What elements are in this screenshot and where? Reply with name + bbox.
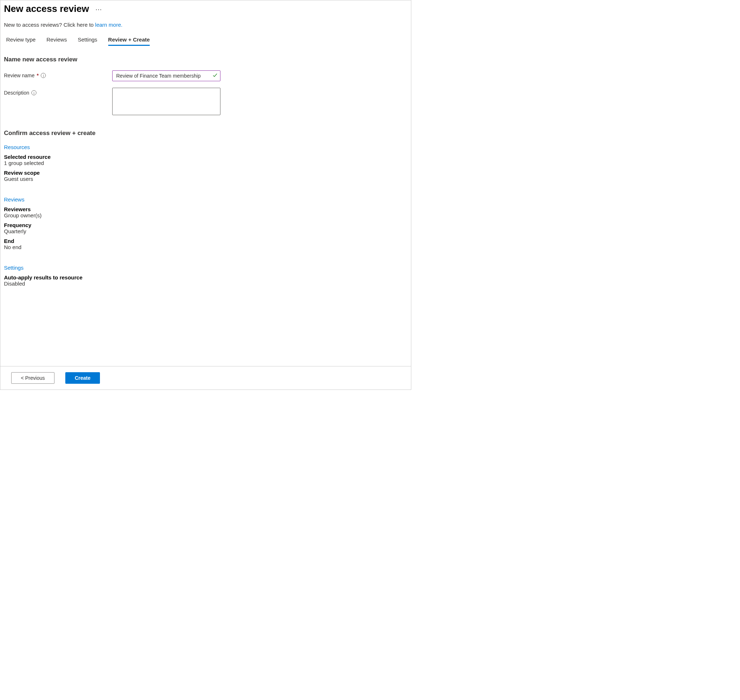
- selected-resource-label: Selected resource: [4, 154, 405, 160]
- review-name-label-text: Review name: [4, 72, 35, 78]
- review-name-input-wrap: [112, 71, 220, 81]
- learn-more-link[interactable]: learn more.: [95, 22, 123, 28]
- description-label-text: Description: [4, 90, 29, 96]
- info-icon[interactable]: i: [31, 90, 37, 95]
- intro-prefix: New to access reviews? Click here to: [4, 22, 95, 28]
- intro-text: New to access reviews? Click here to lea…: [4, 22, 405, 28]
- confirm-heading: Confirm access review + create: [4, 129, 405, 137]
- tab-review-create[interactable]: Review + Create: [108, 37, 150, 46]
- tab-reviews[interactable]: Reviews: [47, 37, 67, 46]
- reviews-link[interactable]: Reviews: [4, 196, 25, 203]
- name-review-heading: Name new access review: [4, 56, 405, 63]
- frequency-value: Quarterly: [4, 228, 405, 234]
- frequency-block: Frequency Quarterly: [4, 222, 405, 234]
- description-label: Description i: [4, 88, 112, 96]
- description-row: Description i: [4, 88, 405, 115]
- footer: < Previous Create: [0, 366, 411, 390]
- review-name-input[interactable]: [112, 71, 220, 81]
- review-name-label: Review name * i: [4, 71, 112, 78]
- end-value: No end: [4, 244, 405, 250]
- frequency-label: Frequency: [4, 222, 405, 228]
- tab-settings[interactable]: Settings: [78, 37, 97, 46]
- settings-link[interactable]: Settings: [4, 265, 23, 271]
- end-label: End: [4, 238, 405, 244]
- reviewers-block: Reviewers Group owner(s): [4, 206, 405, 218]
- review-name-row: Review name * i: [4, 71, 405, 81]
- previous-button[interactable]: < Previous: [11, 372, 54, 384]
- reviewers-value: Group owner(s): [4, 212, 405, 218]
- description-input[interactable]: [112, 88, 220, 115]
- reviewers-label: Reviewers: [4, 206, 405, 212]
- create-button[interactable]: Create: [65, 372, 100, 384]
- access-review-panel: New access review ··· New to access revi…: [0, 0, 411, 390]
- confirm-section: Confirm access review + create Resources…: [4, 129, 405, 287]
- end-block: End No end: [4, 238, 405, 250]
- auto-apply-value: Disabled: [4, 281, 405, 287]
- tab-bar: Review type Reviews Settings Review + Cr…: [4, 37, 405, 46]
- required-asterisk: *: [37, 72, 39, 78]
- review-scope-block: Review scope Guest users: [4, 170, 405, 182]
- selected-resource-value: 1 group selected: [4, 160, 405, 166]
- page-title: New access review: [4, 3, 89, 15]
- info-icon[interactable]: i: [41, 73, 46, 78]
- tab-review-type[interactable]: Review type: [6, 37, 36, 46]
- panel-content: New access review ··· New to access revi…: [0, 0, 411, 366]
- review-scope-value: Guest users: [4, 176, 405, 182]
- title-row: New access review ···: [4, 3, 405, 15]
- auto-apply-label: Auto-apply results to resource: [4, 274, 405, 281]
- more-options-icon[interactable]: ···: [95, 6, 102, 13]
- auto-apply-block: Auto-apply results to resource Disabled: [4, 274, 405, 287]
- resources-link[interactable]: Resources: [4, 144, 30, 150]
- selected-resource-block: Selected resource 1 group selected: [4, 154, 405, 166]
- review-scope-label: Review scope: [4, 170, 405, 176]
